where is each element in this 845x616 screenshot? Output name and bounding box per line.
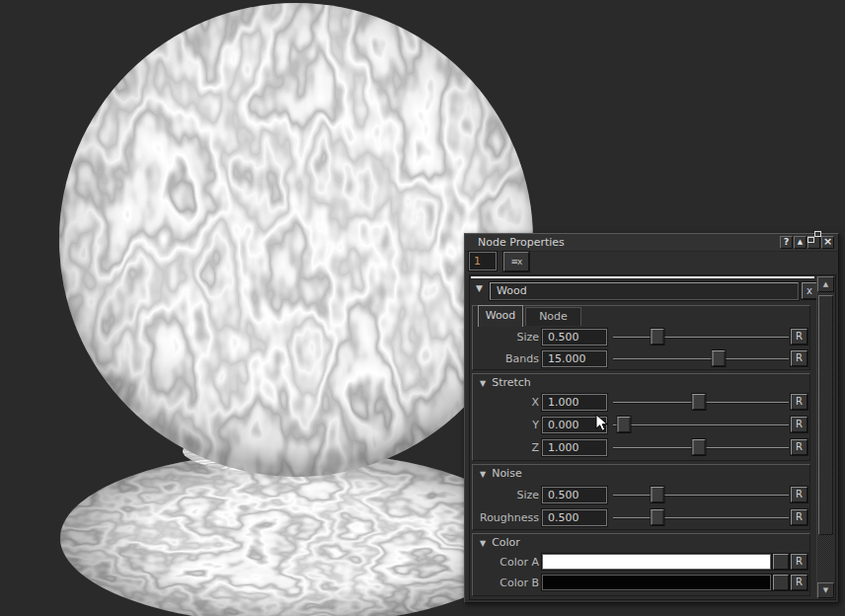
slider-handle[interactable]	[712, 350, 725, 366]
z-slider[interactable]	[613, 438, 789, 457]
color-b-swatch[interactable]	[542, 575, 771, 590]
slider-handle[interactable]	[617, 417, 630, 432]
slider-track	[613, 495, 789, 497]
color-b-picker-button[interactable]	[773, 575, 789, 590]
scroll-down-button[interactable]: ▼	[817, 582, 834, 598]
reset-button[interactable]: R	[791, 394, 807, 410]
color-a-picker-button[interactable]	[773, 554, 789, 570]
mouse-cursor	[595, 414, 609, 433]
restore-icon[interactable]	[807, 236, 820, 249]
color-header[interactable]: ▼Color	[480, 536, 520, 550]
reset-button[interactable]: R	[791, 487, 807, 502]
scroll-up-icon: ▲	[823, 280, 828, 288]
size-field[interactable]: 0.500	[542, 329, 607, 346]
scrollbar-thumb[interactable]	[818, 295, 833, 535]
slider-track	[613, 358, 789, 360]
titlebar-buttons: ? ▲ ×	[780, 236, 834, 249]
slider-track	[613, 517, 789, 519]
y-slider[interactable]	[613, 416, 789, 434]
stretch-title: Stretch	[492, 376, 531, 389]
size-label: Size	[473, 328, 539, 346]
color-b-row: Color B R	[473, 574, 809, 591]
slider-handle[interactable]	[693, 394, 706, 410]
reset-button[interactable]: R	[791, 329, 807, 345]
remove-node-icon: x	[807, 285, 812, 296]
color-b-label: Color B	[473, 574, 539, 592]
roughness-label: Roughness	[473, 508, 539, 527]
x-slider[interactable]	[613, 393, 789, 412]
noise-size-value: 0.500	[543, 488, 606, 502]
node-name-field[interactable]: Wood	[490, 282, 799, 300]
help-icon[interactable]: ?	[780, 236, 793, 249]
slider-handle[interactable]	[651, 329, 663, 345]
bands-row: Bands 15.000 R	[473, 349, 809, 368]
slider-handle[interactable]	[651, 509, 663, 525]
noise-size-field[interactable]: 0.500	[542, 487, 607, 503]
roughness-slider[interactable]	[613, 508, 789, 527]
panel-title: Node Properties	[478, 234, 565, 251]
roughness-value: 0.500	[543, 510, 606, 525]
node-properties-panel: Node Properties ? ▲ × 1 ≡x ▼ Wood x	[464, 233, 839, 603]
node-collapse-icon[interactable]: ▼	[476, 284, 483, 293]
scroll-down-icon: ▼	[823, 586, 828, 594]
slider-track	[613, 337, 789, 339]
bands-value: 15.000	[543, 351, 606, 366]
roughness-field[interactable]: 0.500	[542, 509, 607, 526]
tab-node[interactable]: Node	[525, 307, 581, 326]
stretch-x-row: X 1.000 R	[473, 393, 809, 412]
y-label: Y	[473, 416, 539, 434]
size-slider[interactable]	[613, 328, 789, 346]
shade-icon[interactable]: ▲	[794, 236, 807, 249]
x-value: 1.000	[543, 395, 606, 410]
stretch-group: ▼Stretch X 1.000 R Y 0.000	[472, 373, 810, 461]
reset-button[interactable]: R	[791, 417, 807, 432]
bands-slider[interactable]	[613, 349, 789, 368]
noise-size-slider[interactable]	[613, 486, 789, 504]
reset-button[interactable]: R	[791, 575, 807, 590]
noise-group: ▼Noise Size 0.500 R Roughness 0.500	[472, 464, 810, 530]
panel-titlebar[interactable]: Node Properties ? ▲ ×	[465, 234, 838, 252]
z-value: 1.000	[543, 440, 606, 455]
collapse-icon[interactable]: ▼	[480, 379, 486, 388]
node-name-text: Wood	[491, 283, 798, 299]
collapse-icon[interactable]: ▼	[480, 539, 486, 548]
collapse-icon[interactable]: ▼	[480, 470, 486, 479]
z-field[interactable]: 1.000	[542, 439, 607, 456]
scroll-up-button[interactable]: ▲	[817, 276, 834, 292]
slider-handle[interactable]	[651, 487, 663, 502]
tab-wood[interactable]: Wood	[478, 305, 523, 327]
clear-list-icon: ≡x	[511, 257, 522, 267]
app-window: Node Properties ? ▲ × 1 ≡x ▼ Wood x	[0, 0, 845, 616]
stretch-y-row: Y 0.000 R	[473, 416, 809, 434]
bands-label: Bands	[473, 349, 539, 368]
remove-node-button[interactable]: x	[802, 282, 817, 299]
stretch-z-row: Z 1.000 R	[473, 438, 809, 457]
slider-handle[interactable]	[693, 439, 706, 455]
x-label: X	[473, 393, 539, 412]
clear-node-button[interactable]: ≡x	[503, 252, 529, 271]
size-row: Size 0.500 R	[473, 328, 809, 346]
noise-header[interactable]: ▼Noise	[480, 467, 522, 481]
noise-title: Noise	[492, 467, 522, 480]
wood-group: Wood Node Size 0.500 R Bands 15.000	[472, 305, 810, 370]
vertical-scrollbar[interactable]: ▲ ▼	[816, 276, 834, 598]
reset-button[interactable]: R	[791, 554, 807, 570]
reset-button[interactable]: R	[791, 509, 807, 525]
stretch-header[interactable]: ▼Stretch	[480, 376, 531, 390]
roughness-row: Roughness 0.500 R	[473, 508, 809, 527]
color-title: Color	[492, 536, 520, 549]
color-a-row: Color A R	[473, 553, 809, 571]
node-index-value: 1	[474, 255, 481, 268]
noise-size-row: Size 0.500 R	[473, 486, 809, 504]
z-label: Z	[473, 438, 539, 457]
bands-field[interactable]: 15.000	[542, 350, 607, 367]
node-index-input[interactable]: 1	[469, 252, 497, 270]
properties-scroll-area: ▼ Wood x Wood Node Size 0.500 R	[469, 274, 836, 600]
color-a-swatch[interactable]	[542, 554, 771, 570]
reset-button[interactable]: R	[791, 439, 807, 455]
noise-size-label: Size	[473, 486, 539, 504]
close-icon[interactable]: ×	[821, 236, 834, 249]
reset-button[interactable]: R	[791, 350, 807, 366]
color-a-label: Color A	[473, 553, 539, 572]
x-field[interactable]: 1.000	[542, 394, 607, 411]
